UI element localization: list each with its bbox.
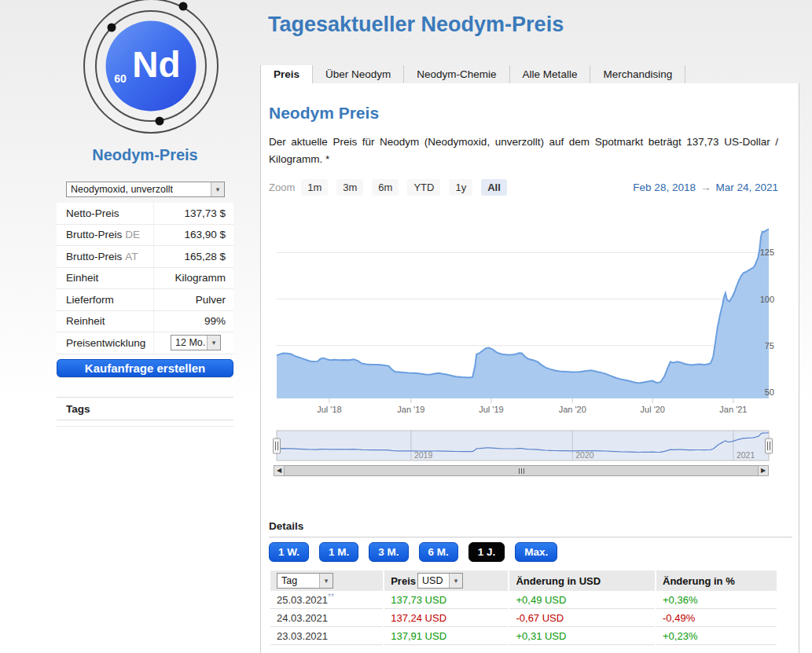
price-info-table: Netto-Preis 137,73 $ Brutto-PreisDE 163,… <box>57 203 233 354</box>
electron-dot <box>179 2 188 11</box>
info-label: Brutto-Preis <box>66 251 122 262</box>
range-6m-button[interactable]: 6 M. <box>419 542 458 562</box>
range-from[interactable]: Feb 28, 2018 <box>633 182 696 193</box>
range-to[interactable]: Mar 24, 2021 <box>715 182 778 193</box>
zoom-all-button[interactable]: All <box>481 179 507 196</box>
svg-text:125: 125 <box>760 248 774 257</box>
details-heading: Details <box>269 520 792 537</box>
svg-text:50: 50 <box>765 387 774 397</box>
price-area-chart[interactable]: Jul '18Jan '19Jul '19Jan '20Jul '20Jan '… <box>268 204 779 424</box>
range-max-button[interactable]: Max. <box>515 542 557 562</box>
chevron-down-icon: ▾ <box>211 182 224 196</box>
info-row-brutto-at: Brutto-PreisAT 165,28 $ <box>57 246 233 268</box>
page-title: Tagesaktueller Neodym-Preis <box>268 13 564 37</box>
svg-text:Jan '19: Jan '19 <box>397 405 424 414</box>
chevron-down-icon: ▾ <box>319 574 333 588</box>
tab-alle-metalle[interactable]: Alle Metalle <box>510 65 591 83</box>
zoom-1y-button[interactable]: 1y <box>449 179 472 196</box>
row-change-pct: +0,23% <box>656 627 777 645</box>
svg-text:Jan '20: Jan '20 <box>559 405 586 414</box>
electron-dot <box>108 24 116 32</box>
day-filter-select[interactable]: Tag ▾ <box>277 573 333 589</box>
tab-preis[interactable]: Preis <box>260 65 313 83</box>
tab-content-panel: Neodym Preis Der aktuelle Preis für Neod… <box>260 83 799 653</box>
row-price: 137,91 USD <box>384 627 508 645</box>
info-label: Einheit <box>66 272 98 284</box>
table-row: 23.03.2021 137,91 USD +0,31 USD +0,23% <box>270 627 777 645</box>
chart-scrollbar: ◀ ▶ <box>274 465 769 476</box>
scrollbar-left-arrow[interactable]: ◀ <box>274 465 285 476</box>
electron-dot <box>156 117 164 126</box>
sidebar-title: Neodym-Preis <box>57 146 233 164</box>
tab-merchandising[interactable]: Merchandising <box>590 65 685 83</box>
arrow-right-icon: → <box>696 182 716 193</box>
row-date: 24.03.2021 <box>277 613 328 625</box>
info-row-brutto-de: Brutto-PreisDE 163,90 $ <box>57 225 233 247</box>
product-select-value: Neodymoxid, unverzollt <box>67 182 211 196</box>
row-change-usd: -0,67 USD <box>509 609 655 627</box>
country-suffix: DE <box>125 229 140 240</box>
details-range-buttons: 1 W. 1 M. 3 M. 6 M. 1 J. Max. <box>269 542 557 562</box>
chart-zoom-row: Zoom 1m 3m 6m YTD 1y All Feb 28, 2018→Ma… <box>269 179 778 196</box>
info-value: 163,90 $ <box>154 229 233 240</box>
table-header-row: Tag ▾ Preis USD ▾ Änderung in USD <box>270 570 777 591</box>
info-value: Kilogramm <box>154 272 233 284</box>
svg-text:2020: 2020 <box>575 450 594 460</box>
country-suffix: AT <box>125 251 138 262</box>
day-filter-value: Tag <box>277 574 319 588</box>
zoom-1m-button[interactable]: 1m <box>301 179 328 196</box>
price-column-header: Preis <box>391 575 416 587</box>
date-range-display: Feb 28, 2018→Mar 24, 2021 <box>633 182 778 193</box>
row-date: 25.03.2021 <box>277 595 328 607</box>
buy-request-button[interactable]: Kaufanfrage erstellen <box>57 359 233 377</box>
chevron-down-icon: ▾ <box>207 336 220 350</box>
svg-text:100: 100 <box>760 295 774 304</box>
info-label: Lieferform <box>66 294 114 306</box>
range-1m-button[interactable]: 1 M. <box>319 542 358 562</box>
info-row-preisentwicklung: Preisentwicklung 12 Mo. ▾ <box>57 332 233 354</box>
atomic-number: 60 <box>114 72 127 85</box>
row-change-usd: +0,49 USD <box>509 591 655 609</box>
currency-value: USD <box>418 574 449 588</box>
range-3m-button[interactable]: 3 M. <box>369 542 408 562</box>
scrollbar-right-arrow[interactable]: ▶ <box>758 465 769 476</box>
zoom-3m-button[interactable]: 3m <box>336 179 363 196</box>
info-label: Preisentwicklung <box>66 337 145 349</box>
info-label: Reinheit <box>66 315 105 327</box>
row-change-pct: +0,36% <box>656 591 777 609</box>
range-1w-button[interactable]: 1 W. <box>269 542 309 562</box>
tab-ueber-neodym[interactable]: Über Neodym <box>313 65 404 83</box>
row-price: 137,73 USD <box>384 591 508 609</box>
scrollbar-thumb[interactable] <box>285 465 758 476</box>
svg-text:2019: 2019 <box>414 450 433 460</box>
price-history-table: Tag ▾ Preis USD ▾ Änderung in USD <box>269 570 778 645</box>
zoom-6m-button[interactable]: 6m <box>372 179 399 196</box>
currency-select[interactable]: USD ▾ <box>417 573 463 589</box>
svg-text:Jul '19: Jul '19 <box>479 405 503 414</box>
navigator-handle <box>274 438 281 453</box>
svg-text:Jul '18: Jul '18 <box>317 405 341 414</box>
divider <box>57 420 233 427</box>
trend-period-select[interactable]: 12 Mo. ▾ <box>171 335 221 350</box>
zoom-label: Zoom <box>269 182 295 193</box>
info-row-einheit: Einheit Kilogramm <box>57 268 233 290</box>
product-select[interactable]: Neodymoxid, unverzollt ▾ <box>66 182 225 197</box>
element-logo: 60 Nd <box>80 0 222 138</box>
tab-neodym-chemie[interactable]: Neodym-Chemie <box>404 65 509 83</box>
navigator-handle <box>766 438 773 453</box>
chart-navigator[interactable]: 201920202021 <box>268 430 779 463</box>
zoom-ytd-button[interactable]: YTD <box>407 179 440 196</box>
tags-section: Tags <box>57 397 233 427</box>
info-value: Pulver <box>154 294 233 306</box>
info-row-lieferform: Lieferform Pulver <box>57 289 233 311</box>
row-date: 23.03.2021 <box>277 631 328 643</box>
row-price: 137,24 USD <box>384 609 508 627</box>
range-1y-button[interactable]: 1 J. <box>468 542 505 562</box>
info-label: Netto-Preis <box>66 207 119 219</box>
info-row-netto: Netto-Preis 137,73 $ <box>57 203 233 225</box>
row-note: ** <box>328 592 334 601</box>
element-symbol: Nd <box>132 44 180 85</box>
table-row: 24.03.2021 137,24 USD -0,67 USD -0,49% <box>270 609 777 627</box>
svg-text:75: 75 <box>765 341 774 350</box>
chevron-down-icon: ▾ <box>449 574 462 588</box>
